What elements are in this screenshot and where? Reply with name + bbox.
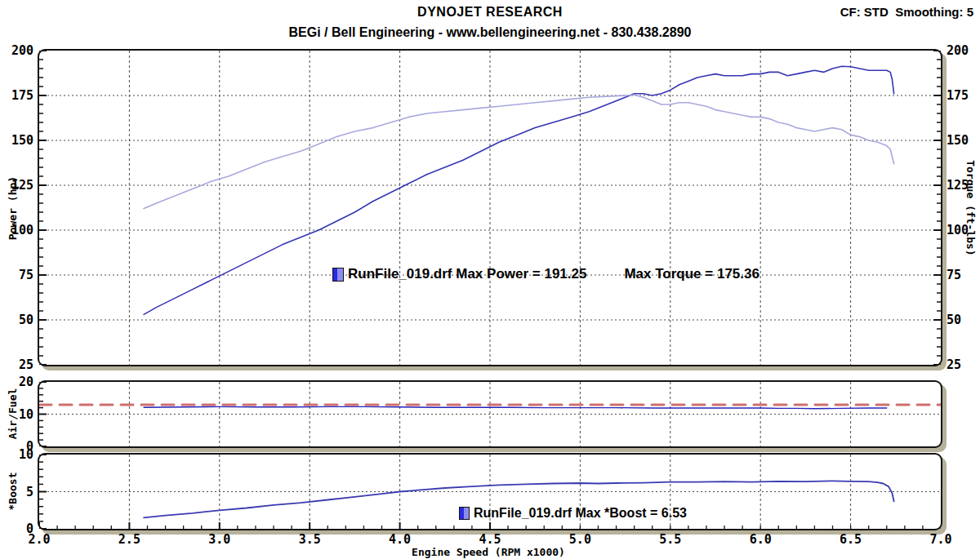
y-tick-label: 150 [947, 134, 979, 147]
y-tick-label: 200 [947, 44, 979, 57]
y-tick-label: 10 [0, 408, 33, 421]
torque-curve [144, 95, 894, 208]
y-tick-label: 10 [0, 448, 33, 461]
x-tick-label: 7.0 [924, 533, 957, 546]
max-power-readout: RunFile_019.drf Max Power = 191.25 [348, 266, 586, 282]
x-tick-label: 4.0 [384, 533, 416, 546]
y-tick-label: 5 [0, 486, 33, 499]
run-legend-boost: RunFile_019.drf Max *Boost = 6.53 [459, 506, 687, 521]
y-tick-label: 75 [947, 268, 979, 282]
y-tick-label: 150 [0, 134, 33, 147]
y-tick-label: 100 [947, 224, 979, 237]
y-tick-label: 125 [0, 179, 33, 192]
power-torque-plot [39, 51, 941, 365]
max-boost-readout: RunFile_019.drf Max *Boost = 6.53 [474, 506, 687, 521]
run-file-marker-icon [459, 507, 470, 520]
correction-smoothing-readout: CF: STD Smoothing: 5 [840, 5, 973, 19]
power-torque-panel [38, 49, 942, 366]
max-torque-readout: Max Torque = 175.36 [624, 266, 760, 282]
x-tick-label: 2.0 [23, 533, 56, 546]
torque-axis-label: Torque (ft-lbs) [964, 160, 977, 255]
y-tick-label: 125 [947, 179, 979, 192]
x-tick-label: 4.5 [474, 533, 506, 546]
dyno-graph-screen: { "header": { "title": "DYNOJET RESEARCH… [0, 0, 980, 559]
x-tick-label: 6.0 [744, 533, 777, 546]
y-tick-label: 25 [947, 358, 979, 371]
x-tick-label: 5.5 [654, 533, 687, 546]
x-axis-label: Engine Speed (RPM x1000) [0, 546, 977, 558]
air-fuel-curve [144, 406, 887, 408]
x-tick-label: 2.5 [113, 533, 145, 546]
run-legend-main: RunFile_019.drf Max Power = 191.25 Max T… [332, 266, 760, 282]
x-tick-label: 3.0 [203, 533, 236, 546]
run-file-marker-icon [332, 268, 344, 282]
shop-subtitle: BEGi / Bell Engineering - www.bellengine… [0, 25, 980, 40]
y-tick-label: 100 [0, 224, 33, 237]
y-tick-label: 75 [0, 268, 33, 282]
y-tick-label: 175 [947, 89, 979, 102]
air-fuel-panel [38, 380, 942, 448]
x-tick-label: 5.0 [564, 533, 596, 546]
x-tick-label: 3.5 [293, 533, 326, 546]
y-tick-label: 50 [0, 313, 33, 326]
x-tick-label: 6.5 [835, 533, 867, 546]
y-tick-label: 20 [0, 375, 33, 388]
y-tick-label: 175 [0, 89, 33, 102]
y-tick-label: 25 [0, 358, 33, 371]
y-tick-label: 200 [0, 44, 33, 57]
y-tick-label: 50 [947, 313, 979, 326]
page-title: DYNOJET RESEARCH [0, 5, 980, 20]
air-fuel-plot [39, 382, 941, 446]
